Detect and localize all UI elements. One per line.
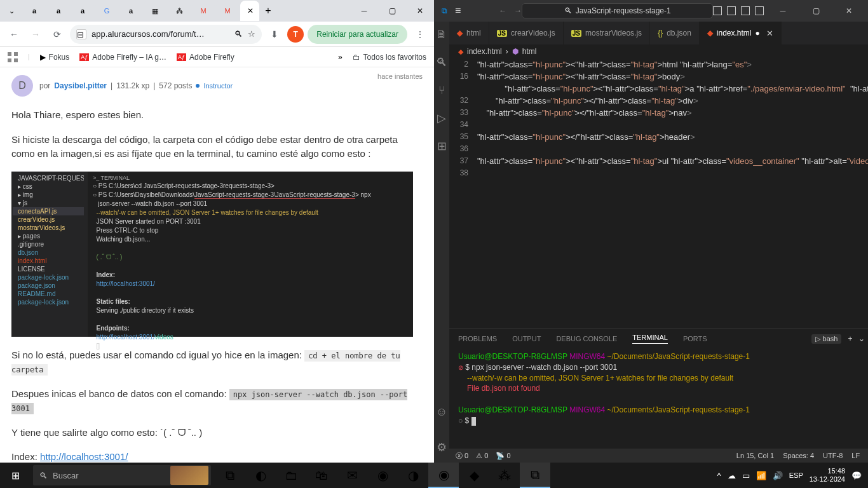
tb-app-chrome[interactable]: ◉ — [428, 463, 459, 488]
layout-icon[interactable] — [741, 6, 750, 15]
status-eol[interactable]: LF — [851, 452, 860, 459]
browser-tab[interactable]: a — [119, 1, 142, 21]
layout-icon[interactable] — [713, 6, 722, 15]
tb-app-copilot2[interactable]: ◑ — [398, 463, 428, 488]
close-button[interactable]: ✕ — [835, 1, 863, 21]
tb-app-vsc-icon[interactable]: ◆ — [459, 463, 489, 488]
close-button[interactable]: ✕ — [406, 1, 434, 21]
author-avatar[interactable]: D — [11, 75, 33, 97]
apps-grid-icon[interactable] — [8, 52, 18, 62]
tb-app-explorer[interactable]: 🗀 — [276, 463, 306, 488]
tray-clock[interactable]: 15:48 13-12-2024 — [810, 467, 845, 484]
browser-tab[interactable]: a — [23, 1, 46, 21]
tray-notifications-icon[interactable]: 💬 — [851, 471, 862, 480]
nav-fwd[interactable]: → — [514, 6, 522, 15]
debug-icon[interactable]: ▷ — [434, 111, 449, 126]
new-tab-button[interactable]: + — [259, 2, 277, 20]
panel-tab-problems[interactable]: PROBLEMS — [458, 335, 497, 342]
status-ln-col[interactable]: Ln 15, Col 1 — [736, 452, 774, 459]
tray-chevron-icon[interactable]: ^ — [717, 471, 721, 480]
tray-language[interactable]: ESP — [789, 471, 803, 479]
tb-app-store[interactable]: 🛍 — [306, 463, 337, 488]
browser-tab[interactable]: ⁂ — [168, 1, 191, 21]
editor-tab-mostrarVideos[interactable]: JSmostrarVideos.js — [564, 22, 650, 44]
all-bookmarks[interactable]: 🗀Todos los favoritos — [353, 53, 426, 62]
bookmark-star-icon[interactable]: ☆ — [248, 29, 255, 39]
panel-tab-terminal[interactable]: TERMINAL — [632, 334, 668, 344]
terminal-output[interactable]: Usuario@DESKTOP-R8GLMSP MINGW64 ~/Docume… — [449, 349, 868, 449]
back-button[interactable]: ← — [5, 25, 23, 43]
editor-tab-index[interactable]: ◆index.html●✕ — [700, 22, 782, 44]
tray-battery-icon[interactable]: ▭ — [742, 471, 750, 480]
tb-app-edge[interactable]: ◉ — [367, 463, 398, 488]
bookmark-firefly-ia[interactable]: AƒAdobe Firefly – IA g… — [79, 53, 166, 62]
panel-tab-output[interactable]: OUTPUT — [512, 335, 541, 342]
search-activity-icon[interactable]: 🔍︎ — [434, 55, 449, 70]
editor-tab-dbjson[interactable]: {}db.json — [650, 22, 700, 44]
status-encoding[interactable]: UTF-8 — [823, 452, 843, 459]
tab-menu-icon[interactable]: ⌄ — [1, 1, 22, 21]
tb-app-mail[interactable]: ✉ — [337, 463, 367, 488]
chrome-menu-button[interactable]: ⋮ — [411, 25, 429, 43]
account-icon[interactable]: ☺ — [434, 404, 449, 419]
terminal-profile-badge[interactable]: ▷bash — [811, 334, 842, 344]
site-info-icon[interactable]: ⊟ — [76, 29, 86, 39]
editor-tab-crearVideo[interactable]: JScrearVideo.js — [489, 22, 564, 44]
tb-app-copilot[interactable]: ◐ — [245, 463, 276, 488]
layout-icon[interactable] — [727, 6, 736, 15]
browser-tab[interactable]: M — [216, 1, 239, 21]
bookmark-fokus[interactable]: ▶Fokus — [40, 53, 70, 62]
panel-tab-ports[interactable]: PORTS — [683, 335, 707, 342]
start-button[interactable]: ⊞ — [0, 463, 31, 488]
terminal-dropdown-icon[interactable]: ⌄ — [858, 334, 865, 343]
forward-button[interactable]: → — [27, 25, 44, 43]
status-warnings[interactable]: ⚠ 0 — [476, 452, 488, 460]
profile-avatar[interactable]: T — [287, 26, 304, 43]
tray-volume-icon[interactable]: 🔊 — [773, 471, 783, 480]
status-spaces[interactable]: Spaces: 4 — [783, 452, 814, 459]
maximize-button[interactable]: ▢ — [378, 1, 406, 21]
editor-tab-html[interactable]: ◆html — [449, 22, 489, 44]
taskbar-search[interactable]: 🔍︎ Buscar — [33, 465, 211, 485]
maximize-button[interactable]: ▢ — [802, 1, 830, 21]
bookmarks-overflow[interactable]: » — [338, 53, 342, 62]
layout-icon[interactable] — [755, 6, 764, 15]
browser-tab[interactable]: G — [95, 1, 118, 21]
hamburger-menu[interactable]: ≡ — [455, 5, 461, 17]
address-bar[interactable]: ⊟ app.aluracursos.com/forum/t… 🔍︎ ☆ — [70, 25, 262, 44]
bookmark-firefly[interactable]: AƒAdobe Firefly — [177, 53, 234, 62]
tb-app-vscode[interactable]: ⧉ — [520, 463, 550, 488]
search-addr-icon[interactable]: 🔍︎ — [234, 29, 243, 39]
post-text: Despues inicas el banco de datos con el … — [11, 387, 423, 416]
close-tab-icon[interactable]: ✕ — [766, 29, 773, 38]
extensions-icon[interactable]: ⊞ — [434, 139, 449, 154]
panel-tab-debug[interactable]: DEBUG CONSOLE — [556, 335, 617, 342]
status-errors[interactable]: ⓧ 0 — [456, 451, 468, 461]
browser-tab[interactable]: M — [192, 1, 215, 21]
reload-button[interactable]: ⟳ — [48, 25, 66, 43]
downloads-button[interactable]: ⬇ — [266, 25, 283, 43]
tray-wifi-icon[interactable]: 📶 — [756, 471, 766, 480]
status-port[interactable]: 📡 0 — [496, 452, 510, 460]
nav-back[interactable]: ← — [499, 6, 506, 15]
settings-gear-icon[interactable]: ⚙ — [434, 440, 449, 455]
tb-app-taskview[interactable]: ⧉ — [215, 463, 245, 488]
browser-tab[interactable]: ▦ — [144, 1, 166, 21]
tb-app-slack[interactable]: ⁂ — [489, 463, 520, 488]
command-center[interactable]: 🔍︎ JavaScript-requests-stage-1 — [522, 3, 713, 18]
close-tab-icon[interactable]: ✕ — [247, 6, 254, 15]
code-editor[interactable]: 2"hl-attr">class="hl-punc"><"hl-attr">cl… — [449, 58, 868, 328]
source-control-icon[interactable]: ⑂ — [434, 83, 449, 98]
index-link[interactable]: http://localhost:3001/ — [40, 451, 128, 462]
browser-tab-active[interactable]: ✕ — [240, 1, 259, 21]
new-terminal-icon[interactable]: + — [848, 334, 852, 343]
browser-tab[interactable]: a — [47, 1, 70, 21]
tray-onedrive-icon[interactable]: ☁ — [728, 471, 736, 480]
author-link[interactable]: Daysibel.pitter — [54, 81, 107, 90]
minimize-button[interactable]: ─ — [769, 1, 797, 21]
minimize-button[interactable]: ─ — [350, 1, 378, 21]
explorer-icon[interactable]: 🗎 — [434, 27, 449, 42]
browser-tab[interactable]: a — [71, 1, 94, 21]
restart-update-button[interactable]: Reiniciar para actualizar — [308, 25, 407, 44]
breadcrumb[interactable]: ◆ index.html › ⬢ html — [449, 44, 868, 58]
